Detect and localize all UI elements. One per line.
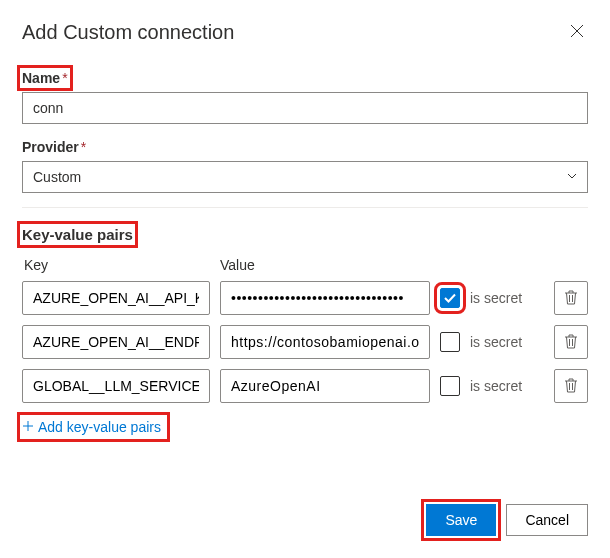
kv-key-input[interactable] (22, 325, 210, 359)
trash-icon (564, 334, 578, 350)
close-button[interactable] (566, 20, 588, 45)
kv-value-input[interactable] (220, 369, 430, 403)
add-kv-button[interactable]: Add key-value pairs (22, 417, 165, 437)
kv-secret-checkbox[interactable] (440, 288, 460, 308)
kv-value-input[interactable] (220, 281, 430, 315)
dialog-title: Add Custom connection (22, 21, 234, 44)
kv-delete-button[interactable] (554, 281, 588, 315)
kv-delete-button[interactable] (554, 325, 588, 359)
kv-secret-label: is secret (470, 334, 526, 350)
kv-value-header: Value (220, 257, 255, 273)
name-input[interactable] (22, 92, 588, 124)
kv-delete-button[interactable] (554, 369, 588, 403)
kv-secret-label: is secret (470, 290, 526, 306)
kv-row: is secret (22, 325, 588, 359)
kv-row: is secret (22, 369, 588, 403)
name-label: Name* (22, 70, 68, 86)
kv-key-input[interactable] (22, 281, 210, 315)
kv-section-heading: Key-value pairs (22, 226, 133, 243)
kv-row: is secret (22, 281, 588, 315)
checkmark-icon (443, 291, 457, 305)
provider-label: Provider* (22, 139, 86, 155)
kv-secret-checkbox[interactable] (440, 332, 460, 352)
trash-icon (564, 290, 578, 306)
kv-key-input[interactable] (22, 369, 210, 403)
kv-key-header: Key (22, 257, 220, 273)
provider-select[interactable] (22, 161, 588, 193)
divider (22, 207, 588, 208)
kv-secret-label: is secret (470, 378, 526, 394)
add-kv-label: Add key-value pairs (38, 419, 161, 435)
plus-icon (22, 419, 34, 435)
kv-value-input[interactable] (220, 325, 430, 359)
kv-secret-checkbox[interactable] (440, 376, 460, 396)
trash-icon (564, 378, 578, 394)
cancel-button[interactable]: Cancel (506, 504, 588, 536)
close-icon (570, 25, 584, 41)
save-button[interactable]: Save (426, 504, 496, 536)
